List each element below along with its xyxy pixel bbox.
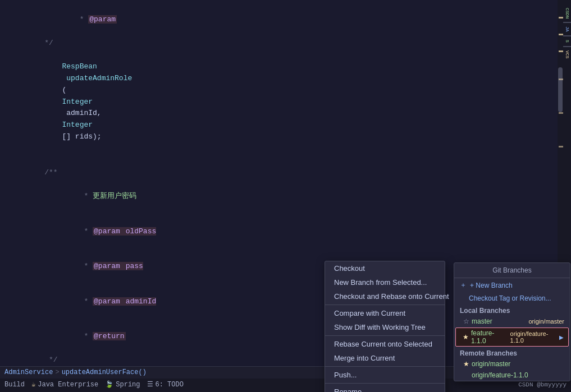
status-git: CSDN @bmyyyyy [518,380,567,390]
context-menu-rename[interactable]: Rename... [325,385,445,392]
status-build: Build [4,380,25,390]
breadcrumb-service[interactable]: AdminService [4,367,53,378]
context-menu-checkout-rebase[interactable]: Checkout and Rebase onto Current [325,289,445,303]
status-java: ☕ Java Enterprise [31,380,98,390]
code-line: */ [4,37,571,49]
breadcrumb-separator: > [55,367,59,378]
code-line: * @param [4,2,571,37]
git-branch-master[interactable]: ☆ master origin/master [454,316,570,327]
breadcrumb-method[interactable]: updateAdminUserFace() [62,367,147,378]
git-branch-origin-master[interactable]: ★ origin/master [454,358,570,370]
status-todo: ☰ 6: TODO [147,380,184,390]
tag-icon [460,294,465,302]
menu-separator-1 [325,305,445,305]
java-label[interactable]: Java Enterprise [38,380,98,390]
code-line: * 更新用户密码 [4,179,571,214]
git-local-branches-label: Local Branches [454,305,570,316]
context-menu-show-diff[interactable]: Show Diff with Working Tree [325,320,445,334]
scrollbar-thumb[interactable] [558,67,563,112]
git-checkout-tag-action[interactable]: Checkout Tag or Revision... [454,292,570,305]
context-menu-push[interactable]: Push... [325,368,445,382]
git-branch-origin-feature[interactable]: ★ origin/feature-1.1.0 [454,370,570,381]
code-line [4,155,571,167]
menu-separator-2 [325,335,445,336]
code-line: * @param oldPass [4,214,571,249]
star-yellow-icon-2: ★ [463,360,469,368]
git-new-branch-action[interactable]: ＋ + New Branch [454,278,570,292]
context-menu-rebase[interactable]: Rebase Current onto Selected [325,337,445,351]
context-menu-checkout[interactable]: Checkout [325,261,445,275]
status-spring: 🍃 Spring [105,380,140,390]
build-label[interactable]: Build [4,380,25,390]
git-branch-feature[interactable]: ★ feature-1.1.0 origin/feature-1.1.0 ▶ [455,328,569,347]
git-branches-panel: Git Branches ＋ + New Branch Checkout Tag… [454,262,570,381]
menu-separator-4 [325,383,445,384]
code-line: RespBean updateAdminRole ( Integer admin… [4,49,571,154]
context-menu-new-branch[interactable]: New Branch from Selected... [325,275,445,289]
arrow-right-icon: ▶ [559,334,564,340]
context-menu-compare[interactable]: Compare with Current [325,306,445,320]
todo-label[interactable]: 6: TODO [156,380,184,390]
star-placeholder: ★ [463,371,469,379]
spring-label[interactable]: Spring [116,380,140,390]
git-remote-branches-label: Remote Branches [454,347,570,358]
git-panel-header: Git Branches [454,263,570,278]
context-menu-merge[interactable]: Merge into Current [325,351,445,365]
menu-separator-3 [325,366,445,367]
plus-icon: ＋ [460,280,467,290]
code-line: /** [4,167,571,179]
context-menu: Checkout New Branch from Selected... Che… [325,261,445,392]
git-label: CSDN @bmyyyyy [518,380,567,390]
star-outline-icon: ☆ [463,317,469,325]
star-yellow-icon: ★ [463,333,469,341]
